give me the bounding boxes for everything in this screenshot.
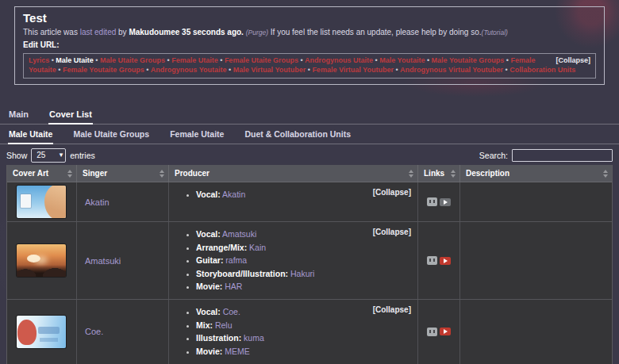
tab-duet-collaboration-units[interactable]: Duet & Collaboration Units — [244, 125, 352, 144]
column-header-links[interactable]: Links — [418, 165, 460, 182]
navbox-separator: • — [56, 66, 63, 74]
credit-item: Mix: Relu — [196, 320, 411, 331]
table-row: Akatin[Collapse]Vocal: Akatin — [7, 182, 612, 221]
credit-name-link[interactable]: HAR — [225, 282, 242, 291]
cover-art-thumbnail[interactable] — [17, 186, 66, 218]
credit-item: Illustration: kuma — [196, 332, 411, 344]
cover-art-thumbnail[interactable] — [17, 316, 66, 348]
credit-role-label: Movie: — [196, 347, 222, 356]
navbox-separator: • — [503, 66, 509, 74]
tab-main[interactable]: Main — [8, 105, 29, 125]
collapse-button[interactable]: [Collapse] — [373, 305, 411, 314]
tab-cover-list[interactable]: Cover List — [48, 105, 93, 125]
navbox-link-female-utaite-groups[interactable]: Female Utaite Groups — [225, 56, 298, 64]
table-header-row: Cover ArtSingerProducerLinksDescription — [7, 165, 612, 182]
links-cell — [418, 300, 460, 364]
navbox-separator: • — [144, 66, 151, 74]
article-header-box: Test This article was last edited by Mak… — [14, 6, 605, 85]
singer-link[interactable]: Akatin — [85, 197, 110, 207]
niconico-icon[interactable] — [427, 328, 437, 336]
tab-male-utaite-groups[interactable]: Male Utaite Groups — [72, 125, 150, 144]
navbox-separator: • — [94, 56, 100, 64]
purge-link[interactable]: (Purge) — [246, 29, 268, 36]
tab-female-utaite[interactable]: Female Utaite — [169, 125, 225, 144]
navbox-link-male-virtual-youtuber[interactable]: Male Virtual Youtuber — [233, 66, 306, 74]
singer-link[interactable]: Coe. — [85, 327, 103, 336]
singer-link[interactable]: Amatsuki — [85, 256, 121, 266]
search-control: Search: — [479, 149, 613, 162]
producer-cell: [Collapse]Vocal: Akatin — [169, 182, 418, 221]
navbox-separator: • — [165, 56, 171, 64]
page-size-control: Show 25 ▾ entries — [6, 148, 95, 163]
editor-name: Makudoumee 35 seconds ago. — [129, 28, 245, 36]
collapse-button[interactable]: [Collapse] — [373, 188, 411, 197]
page: Test This article was last edited by Mak… — [0, 0, 619, 364]
secondary-tabs: Male UtaiteMale Utaite GroupsFemale Utai… — [0, 125, 619, 144]
credit-item: Storyboard/Illustration: Hakuri — [196, 268, 411, 280]
cover-art-cell — [7, 182, 77, 221]
column-header-label: Cover Art — [13, 169, 48, 178]
niconico-icon[interactable] — [427, 256, 437, 265]
credit-role-label: Vocal: — [196, 307, 221, 316]
credit-name-link[interactable]: Amatsuki — [222, 229, 256, 239]
navbox-link-androgynous-virtual-youtuber[interactable]: Androgynous Virtual Youtuber — [400, 66, 503, 74]
sort-icon — [603, 170, 608, 178]
search-input[interactable] — [512, 149, 613, 162]
tutorial-link[interactable]: (Tutorial) — [482, 29, 508, 36]
navbox-link-androgynous-youtaite[interactable]: Androgynous Youtaite — [151, 66, 227, 74]
navbox-link-female-youtaite-groups[interactable]: Female Youtaite Groups — [63, 66, 144, 74]
singer-cell: Amatsuki — [77, 222, 169, 299]
edit-notice: This article was last edited by Makudoum… — [23, 28, 596, 37]
credit-name-link[interactable]: MEME — [225, 347, 250, 356]
singer-cell: Coe. — [77, 300, 169, 364]
credit-item: Movie: MEME — [196, 346, 411, 358]
page-size-select[interactable]: 25 — [31, 148, 66, 163]
producer-cell: [Collapse]Vocal: AmatsukiArrange/Mix: Ka… — [169, 222, 418, 299]
last-edited-link[interactable]: last edited — [80, 28, 117, 36]
credit-item: Arrange/Mix: Kain — [196, 242, 411, 254]
credit-name-link[interactable]: Relu — [215, 320, 233, 330]
tab-male-utaite[interactable]: Male Utaite — [8, 125, 53, 144]
navbox-link-male-youtaite-groups[interactable]: Male Youtaite Groups — [432, 56, 505, 64]
credit-role-label: Arrange/Mix: — [196, 243, 247, 252]
credit-role-label: Vocal: — [196, 190, 221, 199]
singer-cell: Akatin — [77, 182, 169, 221]
youtube-icon[interactable] — [440, 198, 451, 206]
youtube-icon[interactable] — [440, 328, 451, 335]
credit-name-link[interactable]: Coe. — [223, 307, 240, 316]
credit-item: Guitar: rafma — [196, 255, 411, 266]
niconico-icon[interactable] — [427, 197, 437, 206]
credit-name-link[interactable]: Kain — [249, 243, 266, 252]
navbox-link-male-utaite-groups[interactable]: Male Utaite Groups — [100, 56, 165, 64]
sort-icon — [160, 170, 164, 178]
navbox-link-collaboration-units[interactable]: Collaboration Units — [509, 66, 575, 74]
credit-name-link[interactable]: Akatin — [222, 190, 245, 199]
column-header-cover-art[interactable]: Cover Art — [7, 165, 77, 182]
column-header-description[interactable]: Description — [460, 165, 612, 182]
navbox-link-male-youtaite[interactable]: Male Youtaite — [379, 56, 425, 64]
cover-art-thumbnail[interactable] — [17, 244, 66, 277]
navbox-collapse-button[interactable]: [Collapse] — [556, 56, 590, 66]
navbox-separator: • — [218, 56, 225, 64]
column-header-singer[interactable]: Singer — [77, 165, 169, 182]
navbox-link-lyrics[interactable]: Lyrics — [29, 56, 49, 64]
collapse-button[interactable]: [Collapse] — [373, 228, 411, 236]
table-row: Amatsuki[Collapse]Vocal: AmatsukiArrange… — [7, 221, 612, 299]
notice-by: by — [116, 28, 129, 36]
credit-name-link[interactable]: rafma — [225, 255, 247, 265]
column-header-label: Singer — [83, 169, 107, 178]
navbox-link-female-utaite[interactable]: Female Utaite — [171, 56, 218, 64]
sort-icon — [451, 170, 456, 178]
credit-role-label: Vocal: — [196, 229, 221, 239]
notice-text: This article was — [23, 28, 80, 36]
sort-icon — [409, 170, 413, 178]
edit-url-label: Edit URL: — [23, 40, 596, 50]
youtube-icon[interactable] — [440, 257, 451, 265]
navbox-link-female-virtual-youtuber[interactable]: Female Virtual Youtuber — [312, 66, 394, 74]
navbox-link-androgynous-utaite[interactable]: Androgynous Utaite — [305, 56, 373, 64]
navbox-separator: • — [227, 66, 233, 74]
credit-name-link[interactable]: kuma — [244, 333, 264, 343]
links-cell — [418, 182, 460, 221]
column-header-producer[interactable]: Producer — [169, 165, 418, 182]
credit-name-link[interactable]: Hakuri — [290, 269, 314, 278]
